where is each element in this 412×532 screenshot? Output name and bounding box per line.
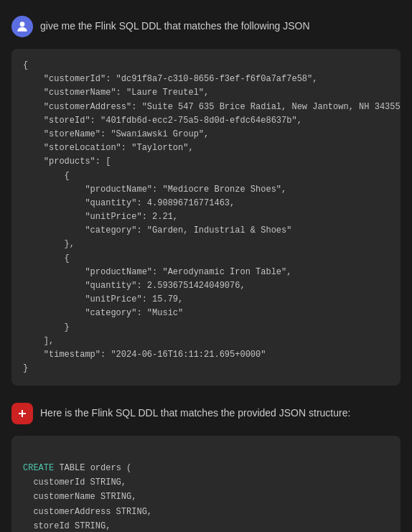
bot-message-content: Here is the Flink SQL DDL that matches t… <box>40 403 401 421</box>
sql-storeid: storeId STRING, <box>23 521 111 531</box>
keyword-create: CREATE <box>23 463 54 473</box>
user-message-text: give me the Flink SQL DDL that matches t… <box>40 20 310 32</box>
sql-customeraddress: customerAddress STRING, <box>23 507 152 517</box>
user-icon <box>15 19 29 34</box>
user-avatar <box>11 16 33 37</box>
json-code-block: { "customerId": "dc91f8a7-c310-8656-f3ef… <box>11 49 401 386</box>
svg-point-0 <box>20 22 25 27</box>
chat-container: give me the Flink SQL DDL that matches t… <box>0 0 412 532</box>
sql-table-def: TABLE orders ( <box>54 463 131 473</box>
sql-customername: customerName STRING, <box>23 492 136 502</box>
sql-code-block: CREATE TABLE orders ( customerId STRING,… <box>11 436 401 532</box>
bot-avatar-inner <box>11 403 33 424</box>
sql-customerid: customerId STRING, <box>23 477 126 487</box>
user-message: give me the Flink SQL DDL that matches t… <box>0 9 412 45</box>
bot-message: Here is the Flink SQL DDL that matches t… <box>0 396 412 431</box>
bot-avatar <box>11 403 33 424</box>
bot-message-text: Here is the Flink SQL DDL that matches t… <box>40 404 350 419</box>
bot-icon <box>15 406 29 421</box>
user-message-content: give me the Flink SQL DDL that matches t… <box>40 16 401 34</box>
